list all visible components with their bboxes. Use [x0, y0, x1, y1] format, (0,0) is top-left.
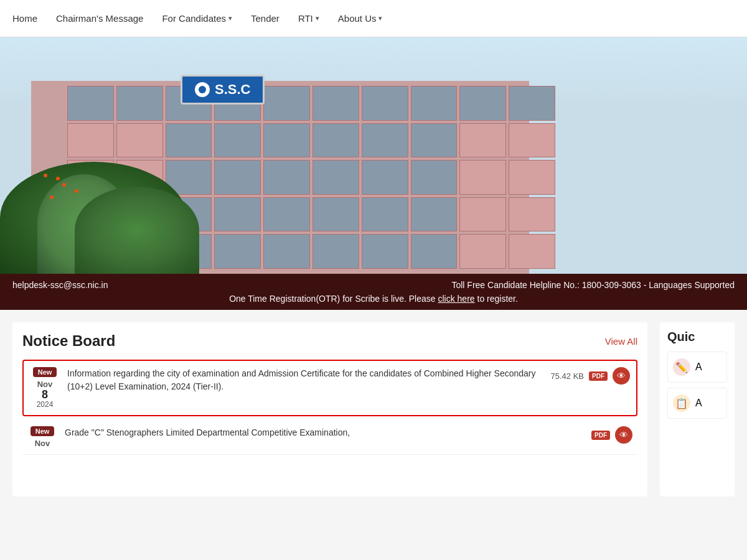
notice-board-title: Notice Board	[22, 332, 115, 350]
main-content: Notice Board View All New Nov 8 2024 Inf…	[0, 310, 747, 509]
pdf-icon: PDF	[591, 431, 610, 440]
quick-link-item[interactable]: ✏️ A	[667, 352, 727, 383]
flower-decoration	[56, 177, 60, 180]
quick-link-item[interactable]: 📋 A	[667, 388, 727, 419]
for-candidates-dropdown-icon: ▾	[228, 14, 232, 22]
view-all-link[interactable]: View All	[605, 336, 637, 347]
flower-decoration	[62, 183, 66, 187]
notice-month: Nov	[35, 439, 50, 448]
notice-month: Nov	[37, 380, 53, 389]
flower-decoration	[44, 174, 47, 177]
new-badge: New	[33, 367, 57, 377]
notice-board-header: Notice Board View All	[22, 332, 637, 350]
about-us-dropdown-icon: ▾	[378, 14, 382, 22]
view-notice-button[interactable]: 👁	[613, 367, 630, 385]
notice-size: 75.42 KB	[551, 371, 585, 381]
new-badge: New	[31, 426, 55, 436]
nav-for-candidates[interactable]: For Candidates ▾	[162, 13, 232, 24]
info-bar-bottom-row: One Time Registration(OTR) for Scribe is…	[229, 294, 518, 304]
navbar: Home Chairman's Message For Candidates ▾…	[0, 0, 747, 37]
ssc-sign: S.S.C	[181, 75, 265, 105]
notice-text: Grade "C" Stenographers Limited Departme…	[65, 426, 584, 439]
nav-home[interactable]: Home	[12, 13, 37, 24]
quick-links-title: Quic	[667, 330, 727, 344]
quick-link-label: A	[695, 398, 702, 409]
pdf-icon: PDF	[589, 371, 608, 381]
notice-date: New Nov 8 2024	[30, 367, 60, 409]
flower-decoration	[75, 189, 78, 193]
notice-year: 2024	[37, 400, 54, 409]
notice-meta: PDF 👁	[591, 426, 632, 444]
document-icon: 📋	[673, 394, 690, 412]
view-notice-button[interactable]: 👁	[615, 426, 632, 444]
notice-text: Information regarding the city of examin…	[67, 367, 543, 393]
nav-about-us[interactable]: About Us ▾	[338, 13, 383, 24]
rti-dropdown-icon: ▾	[316, 14, 319, 22]
notice-item: New Nov 8 2024 Information regarding the…	[22, 360, 637, 416]
nav-tender[interactable]: Tender	[251, 13, 280, 24]
flower-decoration	[50, 195, 54, 199]
email-text: helpdesk-ssc@ssc.nic.in	[12, 280, 108, 290]
quick-links-panel: Quic ✏️ A 📋 A	[660, 322, 735, 497]
nav-chairmans-message[interactable]: Chairman's Message	[56, 13, 143, 24]
nav-rti[interactable]: RTI ▾	[298, 13, 319, 24]
hero-banner: S.S.C	[0, 37, 747, 274]
pencil-icon: ✏️	[673, 358, 690, 376]
notice-meta: 75.42 KB PDF 👁	[551, 367, 631, 385]
info-bar: helpdesk-ssc@ssc.nic.in Toll Free Candid…	[0, 274, 747, 310]
ssc-logo-icon	[195, 82, 210, 97]
notice-item: New Nov Grade "C" Stenographers Limited …	[22, 420, 637, 455]
trees-right	[75, 187, 199, 274]
notice-day: 8	[42, 389, 48, 400]
quick-link-label: A	[695, 362, 702, 373]
notice-date: New Nov	[27, 426, 57, 448]
otr-link[interactable]: click here	[438, 294, 474, 304]
info-bar-top-row: helpdesk-ssc@ssc.nic.in Toll Free Candid…	[12, 280, 735, 290]
notice-board: Notice Board View All New Nov 8 2024 Inf…	[12, 322, 647, 497]
helpline-text: Toll Free Candidate Helpline No.: 1800-3…	[451, 280, 735, 290]
otr-text: One Time Registration(OTR) for Scribe is…	[229, 294, 518, 304]
